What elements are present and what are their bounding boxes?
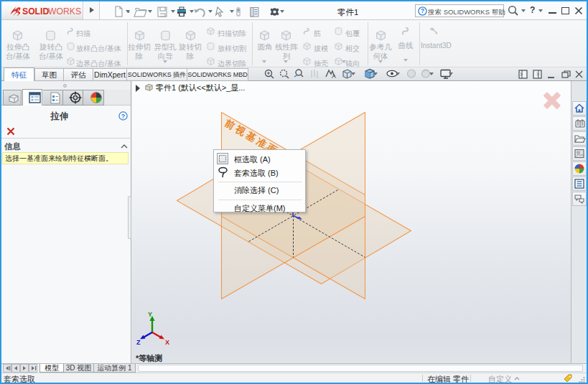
svg-text:Z: Z (136, 339, 141, 346)
svg-text:A: A (332, 72, 336, 80)
svg-text:?: ? (421, 7, 424, 14)
svg-text:WORKS: WORKS (48, 6, 81, 17)
svg-text:X: X (165, 339, 169, 346)
svg-text:*等轴测: *等轴测 (136, 354, 162, 362)
svg-text:SOLID: SOLID (22, 6, 49, 17)
svg-text:?: ? (121, 113, 125, 120)
svg-text:Y: Y (148, 311, 152, 318)
